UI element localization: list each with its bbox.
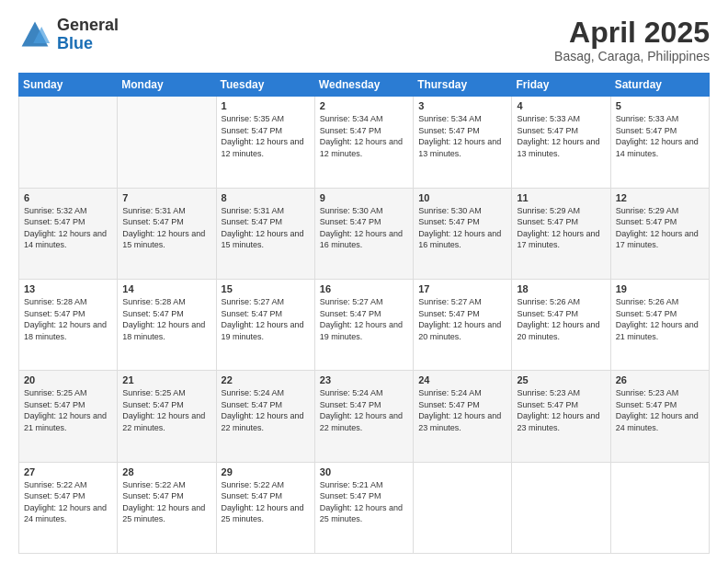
table-row: 8Sunrise: 5:31 AM Sunset: 5:47 PM Daylig…	[216, 188, 314, 279]
table-row: 10Sunrise: 5:30 AM Sunset: 5:47 PM Dayli…	[414, 188, 512, 279]
day-info: Sunrise: 5:32 AM Sunset: 5:47 PM Dayligh…	[24, 205, 112, 251]
day-number: 6	[24, 192, 112, 203]
day-info: Sunrise: 5:26 AM Sunset: 5:47 PM Dayligh…	[616, 296, 704, 342]
table-row: 23Sunrise: 5:24 AM Sunset: 5:47 PM Dayli…	[314, 371, 413, 462]
day-info: Sunrise: 5:27 AM Sunset: 5:47 PM Dayligh…	[320, 296, 408, 342]
day-info: Sunrise: 5:22 AM Sunset: 5:47 PM Dayligh…	[222, 479, 310, 525]
table-row: 29Sunrise: 5:22 AM Sunset: 5:47 PM Dayli…	[216, 462, 314, 553]
table-row: 27Sunrise: 5:22 AM Sunset: 5:47 PM Dayli…	[19, 462, 118, 553]
week-row-1: 6Sunrise: 5:32 AM Sunset: 5:47 PM Daylig…	[19, 188, 710, 279]
month-title: April 2025	[554, 17, 710, 49]
logo-text: General Blue	[57, 17, 119, 53]
table-row: 14Sunrise: 5:28 AM Sunset: 5:47 PM Dayli…	[118, 279, 216, 370]
table-row: 24Sunrise: 5:24 AM Sunset: 5:47 PM Dayli…	[414, 371, 512, 462]
day-info: Sunrise: 5:24 AM Sunset: 5:47 PM Dayligh…	[418, 387, 506, 433]
col-monday: Monday	[118, 74, 216, 97]
calendar-table: Sunday Monday Tuesday Wednesday Thursday…	[18, 73, 710, 554]
day-number: 4	[517, 100, 605, 111]
table-row	[512, 462, 610, 553]
day-number: 13	[24, 283, 112, 294]
logo-blue: Blue	[57, 35, 119, 53]
day-info: Sunrise: 5:30 AM Sunset: 5:47 PM Dayligh…	[320, 205, 408, 251]
table-row: 5Sunrise: 5:33 AM Sunset: 5:47 PM Daylig…	[610, 97, 709, 188]
day-info: Sunrise: 5:21 AM Sunset: 5:47 PM Dayligh…	[320, 479, 408, 525]
table-row: 4Sunrise: 5:33 AM Sunset: 5:47 PM Daylig…	[512, 97, 610, 188]
week-row-2: 13Sunrise: 5:28 AM Sunset: 5:47 PM Dayli…	[19, 279, 710, 370]
week-row-4: 27Sunrise: 5:22 AM Sunset: 5:47 PM Dayli…	[19, 462, 710, 553]
table-row: 26Sunrise: 5:23 AM Sunset: 5:47 PM Dayli…	[610, 371, 709, 462]
day-number: 23	[320, 374, 408, 385]
day-info: Sunrise: 5:23 AM Sunset: 5:47 PM Dayligh…	[517, 387, 605, 433]
table-row: 12Sunrise: 5:29 AM Sunset: 5:47 PM Dayli…	[610, 188, 709, 279]
day-info: Sunrise: 5:34 AM Sunset: 5:47 PM Dayligh…	[320, 113, 408, 159]
table-row: 13Sunrise: 5:28 AM Sunset: 5:47 PM Dayli…	[19, 279, 118, 370]
col-saturday: Saturday	[610, 74, 709, 97]
table-row: 21Sunrise: 5:25 AM Sunset: 5:47 PM Dayli…	[118, 371, 216, 462]
day-number: 14	[122, 283, 210, 294]
day-info: Sunrise: 5:24 AM Sunset: 5:47 PM Dayligh…	[320, 387, 408, 433]
day-info: Sunrise: 5:29 AM Sunset: 5:47 PM Dayligh…	[616, 205, 704, 251]
table-row: 9Sunrise: 5:30 AM Sunset: 5:47 PM Daylig…	[314, 188, 413, 279]
col-tuesday: Tuesday	[216, 74, 314, 97]
table-row	[414, 462, 512, 553]
day-number: 21	[122, 374, 210, 385]
day-info: Sunrise: 5:24 AM Sunset: 5:47 PM Dayligh…	[222, 387, 310, 433]
day-info: Sunrise: 5:27 AM Sunset: 5:47 PM Dayligh…	[222, 296, 310, 342]
location-title: Basag, Caraga, Philippines	[554, 49, 710, 63]
day-info: Sunrise: 5:35 AM Sunset: 5:47 PM Dayligh…	[222, 113, 310, 159]
day-info: Sunrise: 5:23 AM Sunset: 5:47 PM Dayligh…	[616, 387, 704, 433]
day-number: 16	[320, 283, 408, 294]
page: General Blue April 2025 Basag, Caraga, P…	[0, 0, 728, 563]
table-row: 15Sunrise: 5:27 AM Sunset: 5:47 PM Dayli…	[216, 279, 314, 370]
day-number: 19	[616, 283, 704, 294]
day-number: 24	[418, 374, 506, 385]
header: General Blue April 2025 Basag, Caraga, P…	[18, 17, 710, 63]
table-row: 20Sunrise: 5:25 AM Sunset: 5:47 PM Dayli…	[19, 371, 118, 462]
logo-icon	[18, 18, 51, 52]
table-row: 2Sunrise: 5:34 AM Sunset: 5:47 PM Daylig…	[314, 97, 413, 188]
day-number: 28	[122, 466, 210, 477]
day-info: Sunrise: 5:25 AM Sunset: 5:47 PM Dayligh…	[24, 387, 112, 433]
week-row-3: 20Sunrise: 5:25 AM Sunset: 5:47 PM Dayli…	[19, 371, 710, 462]
day-number: 27	[24, 466, 112, 477]
col-wednesday: Wednesday	[314, 74, 413, 97]
day-info: Sunrise: 5:30 AM Sunset: 5:47 PM Dayligh…	[418, 205, 506, 251]
day-info: Sunrise: 5:25 AM Sunset: 5:47 PM Dayligh…	[122, 387, 210, 433]
day-info: Sunrise: 5:31 AM Sunset: 5:47 PM Dayligh…	[122, 205, 210, 251]
table-row: 1Sunrise: 5:35 AM Sunset: 5:47 PM Daylig…	[216, 97, 314, 188]
col-friday: Friday	[512, 74, 610, 97]
day-number: 30	[320, 466, 408, 477]
day-number: 20	[24, 374, 112, 385]
day-number: 7	[122, 192, 210, 203]
day-number: 12	[616, 192, 704, 203]
table-row: 19Sunrise: 5:26 AM Sunset: 5:47 PM Dayli…	[610, 279, 709, 370]
day-number: 8	[222, 192, 310, 203]
table-row: 17Sunrise: 5:27 AM Sunset: 5:47 PM Dayli…	[414, 279, 512, 370]
day-info: Sunrise: 5:31 AM Sunset: 5:47 PM Dayligh…	[222, 205, 310, 251]
week-row-0: 1Sunrise: 5:35 AM Sunset: 5:47 PM Daylig…	[19, 97, 710, 188]
day-number: 10	[418, 192, 506, 203]
day-number: 17	[418, 283, 506, 294]
col-thursday: Thursday	[414, 74, 512, 97]
col-sunday: Sunday	[19, 74, 118, 97]
day-number: 11	[517, 192, 605, 203]
table-row: 3Sunrise: 5:34 AM Sunset: 5:47 PM Daylig…	[414, 97, 512, 188]
logo-general: General	[57, 17, 119, 35]
day-info: Sunrise: 5:28 AM Sunset: 5:47 PM Dayligh…	[122, 296, 210, 342]
table-row: 18Sunrise: 5:26 AM Sunset: 5:47 PM Dayli…	[512, 279, 610, 370]
day-number: 5	[616, 100, 704, 111]
day-number: 25	[517, 374, 605, 385]
title-block: April 2025 Basag, Caraga, Philippines	[554, 17, 710, 63]
day-info: Sunrise: 5:22 AM Sunset: 5:47 PM Dayligh…	[122, 479, 210, 525]
day-info: Sunrise: 5:33 AM Sunset: 5:47 PM Dayligh…	[517, 113, 605, 159]
table-row: 11Sunrise: 5:29 AM Sunset: 5:47 PM Dayli…	[512, 188, 610, 279]
day-info: Sunrise: 5:28 AM Sunset: 5:47 PM Dayligh…	[24, 296, 112, 342]
table-row: 16Sunrise: 5:27 AM Sunset: 5:47 PM Dayli…	[314, 279, 413, 370]
day-number: 9	[320, 192, 408, 203]
table-row: 25Sunrise: 5:23 AM Sunset: 5:47 PM Dayli…	[512, 371, 610, 462]
table-row: 30Sunrise: 5:21 AM Sunset: 5:47 PM Dayli…	[314, 462, 413, 553]
table-row: 7Sunrise: 5:31 AM Sunset: 5:47 PM Daylig…	[118, 188, 216, 279]
day-info: Sunrise: 5:29 AM Sunset: 5:47 PM Dayligh…	[517, 205, 605, 251]
table-row: 6Sunrise: 5:32 AM Sunset: 5:47 PM Daylig…	[19, 188, 118, 279]
logo: General Blue	[18, 17, 119, 53]
